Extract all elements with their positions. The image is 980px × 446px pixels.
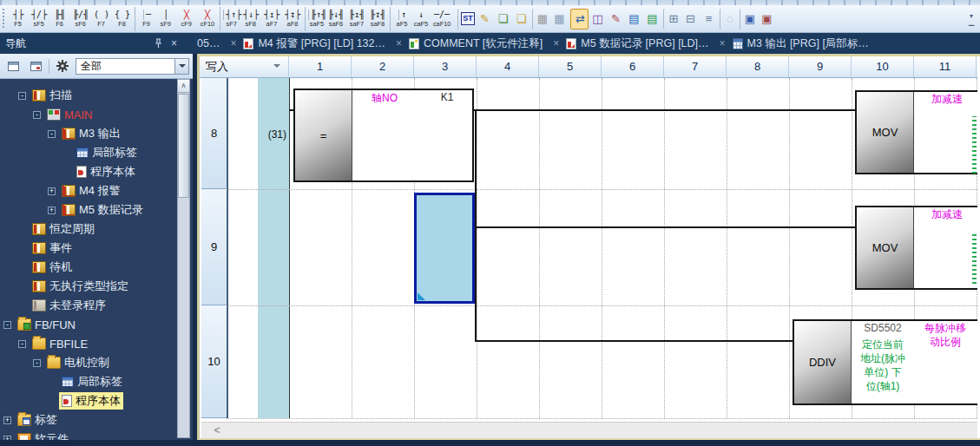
edit-mode-label: 写入 bbox=[206, 59, 228, 75]
tree-item[interactable]: 电机控制 bbox=[0, 353, 176, 372]
edit-mode-cell[interactable]: 写入 bbox=[200, 56, 289, 77]
chevron-down-icon[interactable] bbox=[174, 59, 188, 74]
ladder-tool-button[interactable]: ┤↑├ sF7 bbox=[220, 7, 240, 31]
tree-item[interactable]: M5 数据记录 bbox=[0, 200, 176, 220]
ladder-tool-button[interactable]: ┤↧├ aF8 bbox=[282, 7, 303, 31]
tree-item[interactable]: 待机 bbox=[0, 258, 176, 277]
ladder-tool-button[interactable]: { } F8 bbox=[112, 7, 133, 31]
delete-row-icon[interactable]: ⊟ bbox=[681, 9, 700, 30]
scroll-left-icon[interactable] bbox=[207, 425, 227, 436]
tree-item[interactable]: 局部标签 bbox=[0, 143, 176, 162]
selected-cell[interactable] bbox=[414, 193, 475, 304]
tree-expander-icon[interactable] bbox=[3, 416, 11, 424]
comment-display-icon[interactable]: ▦ bbox=[532, 9, 550, 30]
ladder-tool-button[interactable]: ─ F9 bbox=[135, 7, 155, 31]
tab-close-icon[interactable] bbox=[720, 37, 726, 49]
tree-item[interactable]: 软元件 bbox=[0, 430, 176, 440]
device-comment-edit-icon[interactable]: ✎ bbox=[476, 9, 494, 30]
toolbar-overflow-button[interactable]: ▾▁ bbox=[966, 10, 977, 28]
document-tab[interactable]: COMMENT [软元件注释] bbox=[405, 33, 562, 54]
tree-expander-icon[interactable] bbox=[33, 359, 41, 367]
tree-expander-icon[interactable] bbox=[33, 111, 41, 119]
toolbar-grip[interactable] bbox=[2, 9, 6, 30]
document-tab[interactable]: 05… bbox=[189, 33, 240, 54]
tree-collapse-button[interactable] bbox=[26, 56, 45, 75]
tree-expander-icon[interactable] bbox=[18, 340, 26, 348]
tree-item[interactable]: 程序本体 bbox=[0, 162, 176, 181]
ladder-tool-button[interactable]: ╟↓╢ saF6 bbox=[326, 7, 346, 31]
tree-item[interactable]: FB/FUN bbox=[0, 315, 176, 334]
st-program-icon[interactable]: ST bbox=[457, 9, 476, 30]
statement-list-icon[interactable]: ≡ bbox=[700, 9, 718, 30]
ladder-tool-button[interactable]: ╟↧╢ saF8 bbox=[367, 7, 388, 31]
ladder-tool-button[interactable]: ╟↑╢ saF5 bbox=[305, 7, 326, 31]
tree-item[interactable]: FBFILE bbox=[0, 334, 176, 353]
horizontal-scrollbar[interactable] bbox=[201, 422, 977, 438]
tree-filter-select[interactable]: 全部 bbox=[76, 58, 189, 75]
ladder-tool-button[interactable]: ┤↓├ sF8 bbox=[240, 7, 261, 31]
tree-scrollbar[interactable] bbox=[177, 79, 190, 438]
ladder-tool-button[interactable]: ╟╢ F6 bbox=[49, 7, 70, 31]
tree-item[interactable]: 标签 bbox=[0, 410, 176, 430]
row-number[interactable]: 10 bbox=[201, 305, 227, 418]
operand-label[interactable]: 轴NO bbox=[354, 91, 415, 106]
ladder-tool-button[interactable]: ╳ cF9 bbox=[176, 7, 197, 31]
tree-item[interactable]: 无执行类型指定 bbox=[0, 277, 176, 296]
tree-item[interactable]: MAIN bbox=[0, 105, 176, 124]
tree-expander-icon[interactable] bbox=[48, 130, 56, 138]
document-tab[interactable]: M3 输出 [PRG] [局部标… bbox=[729, 33, 872, 54]
ladder-tool-button[interactable]: │ sF9 bbox=[155, 7, 176, 31]
insert-row-icon[interactable]: ⊞ bbox=[663, 9, 681, 30]
tab-close-icon[interactable] bbox=[396, 37, 402, 49]
tree-item[interactable]: 未登录程序 bbox=[0, 296, 176, 315]
ladder-tool-button[interactable]: ┤↥├ aF7 bbox=[261, 7, 282, 31]
tree-item[interactable]: 扫描 bbox=[0, 86, 176, 105]
tree-item[interactable]: 局部标签 bbox=[0, 372, 176, 391]
tree-item[interactable]: M3 输出 bbox=[0, 124, 176, 143]
mode-dropdown-icon[interactable] bbox=[273, 64, 280, 68]
document-tab[interactable]: M5 数据记录 [PRG] [LD]… bbox=[562, 33, 728, 54]
comment-bubble-icon[interactable]: ◌ bbox=[720, 9, 738, 30]
tree-expander-icon[interactable] bbox=[18, 92, 26, 100]
operand-device[interactable]: SD5502 bbox=[852, 322, 913, 334]
statement-edit-icon[interactable]: ❏ bbox=[494, 9, 512, 30]
tree-item[interactable]: 程序本体 bbox=[0, 391, 176, 410]
save-all-icon[interactable]: ▣ bbox=[758, 9, 776, 30]
device-find-icon[interactable]: ✎ bbox=[607, 9, 625, 30]
ladder-tool-button[interactable]: ╳ cF10 bbox=[197, 7, 218, 31]
tab-close-icon[interactable] bbox=[553, 37, 559, 49]
row-number[interactable]: 9 bbox=[201, 189, 227, 305]
cross-reference-icon[interactable]: ◫ bbox=[589, 9, 607, 30]
ladder-tool-button[interactable]: ↑ aF5 bbox=[390, 7, 411, 31]
ladder-tool-button[interactable]: ╟↥╢ saF7 bbox=[346, 7, 367, 31]
scroll-up-icon[interactable] bbox=[178, 80, 189, 93]
tree-item[interactable]: 事件 bbox=[0, 239, 176, 258]
operand-constant[interactable]: K1 bbox=[417, 91, 477, 103]
statement-display-icon[interactable]: ▦ bbox=[550, 9, 569, 30]
ladder-tool-button[interactable]: ( ) F7 bbox=[91, 7, 112, 31]
tree-expander-icon[interactable] bbox=[3, 321, 11, 329]
close-panel-icon[interactable]: × bbox=[171, 38, 177, 49]
settings-button[interactable] bbox=[53, 56, 72, 75]
tree-display-toggle-button[interactable] bbox=[3, 56, 23, 75]
ladder-tool-button[interactable]: ┤/├ sF5 bbox=[29, 7, 49, 31]
tree-expander-icon[interactable] bbox=[48, 207, 56, 214]
tree-item[interactable]: 恒定周期 bbox=[0, 220, 176, 239]
note-edit-icon[interactable]: ❏ bbox=[512, 9, 530, 30]
document-tab[interactable]: M4 报警 [PRG] [LD] 132… bbox=[240, 33, 405, 54]
pin-icon[interactable] bbox=[154, 38, 163, 49]
scrollbar-thumb[interactable] bbox=[178, 94, 189, 198]
tab-close-icon[interactable] bbox=[230, 37, 236, 49]
ladder-tool-button[interactable]: ┤├ F5 bbox=[8, 7, 29, 31]
save-program-icon[interactable]: ▣ bbox=[740, 9, 758, 30]
row-number[interactable]: 8 bbox=[201, 78, 227, 189]
tree-item[interactable]: M4 报警 bbox=[0, 181, 176, 200]
tree-expander-icon[interactable] bbox=[48, 187, 56, 195]
device-batch-monitor-icon[interactable]: ▤ bbox=[625, 9, 643, 30]
ladder-tool-button[interactable]: ─/─ caF10 bbox=[431, 7, 452, 31]
watch-window-icon[interactable]: ▤ bbox=[643, 9, 661, 30]
ladder-tool-button[interactable]: ↓ caF5 bbox=[411, 7, 431, 31]
find-replace-icon[interactable]: ⇄ bbox=[570, 9, 589, 30]
device-icon bbox=[17, 433, 31, 440]
ladder-tool-button[interactable]: ╟/╢ sF6 bbox=[70, 7, 91, 31]
